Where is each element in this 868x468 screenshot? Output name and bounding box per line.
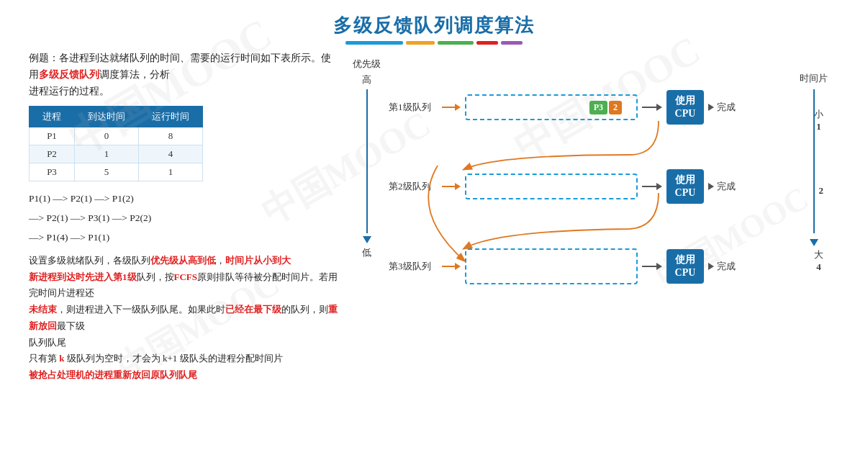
- desc-2-part1: 队列，按: [137, 271, 174, 282]
- problem-text: 例题：各进程到达就绪队列的时间、需要的运行时间如下表所示。使用多级反馈队列调度算…: [29, 50, 338, 100]
- priority-column: 优先级 高 低: [353, 58, 381, 259]
- complete-area-2: 完成: [708, 180, 736, 193]
- table-row: P3 5 1: [30, 163, 203, 181]
- queue2-label: 第2级队列: [389, 180, 438, 193]
- cpu-box-1: 使用CPU: [666, 90, 704, 125]
- ts1-area: 小 1: [814, 108, 823, 132]
- desc-3-highlight1: 未结束: [29, 304, 57, 315]
- ts4-area: 大 4: [814, 248, 823, 273]
- left-panel: 例题：各进程到达就绪队列的时间、需要的运行时间如下表所示。使用多级反馈队列调度算…: [29, 50, 338, 384]
- high-label: 高: [362, 73, 371, 86]
- bar-seg-2: [406, 41, 435, 45]
- step-3: —> P1(4) —> P1(1): [29, 228, 338, 247]
- queue1-entry-arrow: [442, 104, 461, 111]
- queue3-box: [465, 248, 638, 284]
- ts4-value: 4: [816, 261, 821, 273]
- cell-p3-name: P3: [30, 163, 75, 181]
- desc-1-highlight2: 时间片从小到大: [225, 255, 291, 266]
- large-label: 大: [814, 248, 823, 261]
- queue2-to-cpu-arrow: [642, 183, 662, 190]
- p3-badge: P3: [589, 101, 607, 114]
- desc-3-highlight2: 已经在最下级: [225, 304, 281, 315]
- cpu1-to-q2-arrow: [464, 121, 659, 169]
- desc-3-part1: ，则进程进入下一级队列队尾。如果此时: [57, 304, 225, 315]
- complete-area-1: 完成: [708, 101, 736, 114]
- description: 设置多级就绪队列，各级队列优先级从高到低，时间片从小到大 新进程到达时先进入第1…: [29, 253, 338, 384]
- cell-p3-arrive: 5: [75, 163, 139, 181]
- page: 中国MOOC 中国MOOC 中国MOOC 中国MOOC 中国MOOC 多级反馈队…: [0, 0, 868, 468]
- q1-arrow-line: [642, 107, 656, 108]
- bar-seg-1: [345, 41, 403, 45]
- timeslice-arrowhead: [810, 239, 818, 246]
- cpu-box-3: 使用CPU: [666, 249, 704, 284]
- page-title: 多级反馈队列调度算法: [29, 13, 839, 38]
- desc-2-highlight1: 新进程到达时: [29, 271, 85, 282]
- queue2-entry-arrow: [442, 183, 461, 190]
- q3-arrowhead: [656, 263, 662, 270]
- desc-3-part2: 的队列，则: [281, 304, 328, 315]
- queue1-box: P3 2: [465, 94, 638, 120]
- algo-steps: P1(1) —> P2(1) —> P1(2) —> P2(1) —> P3(1…: [29, 189, 338, 247]
- priority-arrow-line: [366, 89, 368, 233]
- ts1-value: 1: [816, 121, 821, 132]
- timeslice-label: 时间片: [800, 72, 828, 85]
- desc-1-highlight1: 优先级从高到低: [150, 255, 216, 266]
- desc-2-highlight2: 先进入第1级: [85, 271, 137, 282]
- ts2-value: 2: [819, 185, 824, 196]
- desc-line-5: 只有第 k 级队列为空时，才会为 k+1 级队头的进程分配时间片: [29, 351, 338, 367]
- table-header-run: 运行时间: [139, 106, 203, 127]
- num-badge: 2: [609, 101, 622, 114]
- desc-line-3: 未结束，则进程进入下一级队列队尾。如果此时已经在最下级的队列，则重新放回最下级: [29, 302, 338, 335]
- desc-3-part3: 最下级: [57, 320, 85, 331]
- entry-arrowhead-2: [455, 183, 461, 190]
- content-area: 例题：各进程到达就绪队列的时间、需要的运行时间如下表所示。使用多级反馈队列调度算…: [29, 50, 839, 384]
- queue1-label: 第1级队列: [389, 101, 438, 114]
- desc-line-1: 设置多级就绪队列，各级队列优先级从高到低，时间片从小到大: [29, 253, 338, 269]
- complete-label-3: 完成: [717, 260, 736, 273]
- queue2-box: [465, 174, 638, 199]
- complete-arrowhead-3: [708, 263, 714, 270]
- bar-seg-3: [438, 41, 474, 45]
- desc-5-k: k: [59, 353, 64, 364]
- cell-p3-run: 1: [139, 163, 203, 181]
- step-1: P1(1) —> P2(1) —> P1(2): [29, 189, 338, 208]
- q2-arrow-line: [642, 186, 656, 187]
- q3-arrow-line: [642, 266, 656, 267]
- queue3-row: 第3级队列 使用CPU: [389, 248, 736, 284]
- table-header-process: 进程: [30, 106, 75, 127]
- table-header-arrive: 到达时间: [75, 106, 139, 127]
- cell-p2-name: P2: [30, 145, 75, 163]
- priority-label: 优先级: [353, 58, 381, 71]
- entry-line-3: [442, 266, 455, 267]
- entry-arrowhead-3: [455, 263, 461, 270]
- ts2-area: 2: [819, 184, 824, 197]
- cell-p2-run: 4: [139, 145, 203, 163]
- complete-label-2: 完成: [717, 180, 736, 193]
- cpu-box-2: 使用CPU: [666, 169, 704, 204]
- title-bar: [29, 41, 839, 45]
- desc-6-highlight: 被抢占处理机的进程重新放回原队列队尾: [29, 369, 197, 380]
- process-table: 进程 到达时间 运行时间 P1 0 8 P2 1 4: [29, 106, 203, 181]
- cell-p1-name: P1: [30, 127, 75, 145]
- complete-arrowhead-1: [708, 104, 714, 111]
- complete-area-3: 完成: [708, 260, 736, 273]
- low-label: 低: [362, 246, 371, 259]
- step-2: —> P2(1) —> P3(1) —> P2(2): [29, 208, 338, 228]
- queue2-row: 第2级队列 使用CPU: [389, 169, 736, 204]
- desc-1-part1: 设置多级就绪队列，各级队列: [29, 255, 150, 266]
- complete-arrowhead-2: [708, 183, 714, 190]
- desc-line-6: 被抢占处理机的进程重新放回原队列队尾: [29, 367, 338, 384]
- q1-arrowhead: [656, 104, 662, 111]
- priority-arrow-head: [363, 236, 371, 243]
- timeslice-column: 时间片 小 1 2 大 4: [800, 72, 828, 238]
- complete-label-1: 完成: [717, 101, 736, 114]
- desc-line-4: 队列队尾: [29, 335, 338, 351]
- entry-line-2: [442, 186, 455, 187]
- queue3-to-cpu-arrow: [642, 263, 662, 270]
- cell-p1-run: 8: [139, 127, 203, 145]
- queue3-label: 第3级队列: [389, 260, 438, 273]
- queue1-row: 第1级队列 P3 2: [389, 90, 736, 125]
- small-label: 小: [814, 108, 823, 121]
- bar-seg-4: [476, 41, 498, 45]
- queue3-entry-arrow: [442, 263, 461, 270]
